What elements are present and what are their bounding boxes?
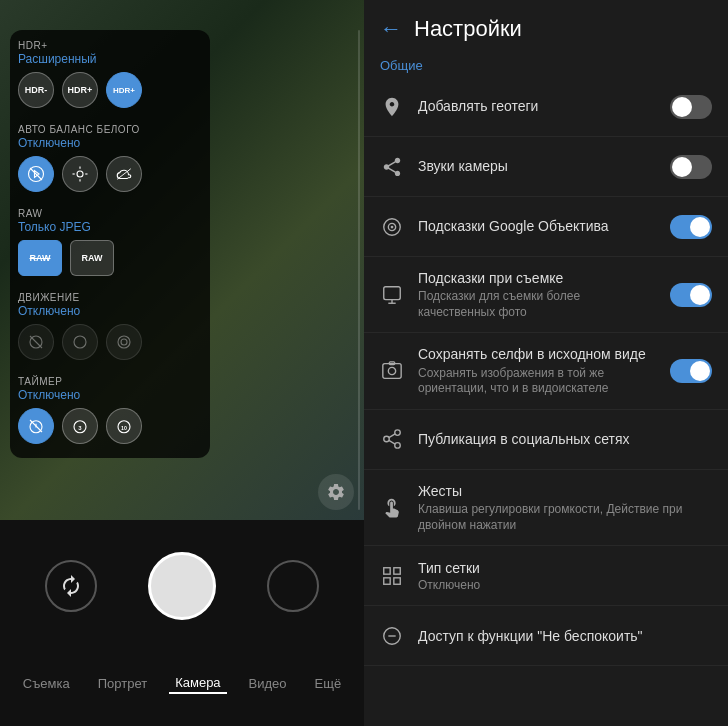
motion-icons [18, 324, 202, 360]
setting-gestures[interactable]: Жесты Клавиша регулировки громкости, Дей… [364, 470, 728, 546]
camera-control-row [0, 552, 364, 620]
tips-desc: Подсказки для съемки более качественных … [418, 289, 656, 320]
sound-toggle[interactable] [670, 155, 712, 179]
mode-еще[interactable]: Ещё [309, 674, 348, 693]
motion-off-icon[interactable] [18, 324, 54, 360]
wb-cloudy-icon[interactable] [106, 156, 142, 192]
gesture-desc: Клавиша регулировки громкости, Действие … [418, 502, 712, 533]
gallery-button[interactable] [267, 560, 319, 612]
raw-label: RAW [18, 208, 202, 219]
mode-съемка[interactable]: Съемка [17, 674, 76, 693]
settings-title: Настройки [414, 16, 522, 42]
timer-off-icon[interactable] [18, 408, 54, 444]
geotag-toggle-thumb [672, 97, 692, 117]
hdr-value: Расширенный [18, 52, 202, 66]
gesture-name: Жесты [418, 482, 712, 500]
motion-circle-icon[interactable] [62, 324, 98, 360]
camera-mode-bar: Съемка Портрет Камера Видео Ещё [9, 669, 355, 698]
dnd-name: Доступ к функции "Не беспокоить" [418, 627, 712, 645]
svg-text:3: 3 [78, 425, 82, 431]
camera-viewfinder: HDR+ Расширенный HDR- HDR+ HDR+ АВТО БАЛ… [0, 0, 364, 520]
timer-setting: ТАЙМЕР Отключено 3 10 [18, 376, 202, 444]
grid-icon [380, 564, 404, 588]
svg-rect-22 [384, 286, 401, 299]
hdr-label: HDR+ [18, 40, 202, 51]
svg-point-10 [118, 336, 130, 348]
svg-rect-34 [394, 567, 400, 573]
setting-social[interactable]: Публикация в социальных сетях [364, 410, 728, 470]
section-general: Общие [364, 50, 728, 77]
timer-label: ТАЙМЕР [18, 376, 202, 387]
back-button[interactable]: ← [380, 16, 402, 42]
wb-off-icon[interactable] [18, 156, 54, 192]
svg-rect-25 [383, 364, 401, 379]
setting-dnd[interactable]: Доступ к функции "Не беспокоить" [364, 606, 728, 666]
wb-icons [18, 156, 202, 192]
lens-toggle-thumb [690, 217, 710, 237]
settings-divider [358, 30, 360, 510]
social-text: Публикация в социальных сетях [418, 430, 712, 448]
social-icon [380, 427, 404, 451]
geotag-text: Добавлять геотеги [418, 97, 656, 115]
timer-3s-icon[interactable]: 3 [62, 408, 98, 444]
motion-ring-icon[interactable] [106, 324, 142, 360]
grid-sub: Отключено [418, 578, 712, 592]
tips-toggle-thumb [690, 285, 710, 305]
camera-bottom-bar: Съемка Портрет Камера Видео Ещё [0, 520, 364, 726]
social-name: Публикация в социальных сетях [418, 430, 712, 448]
camera-settings-overlay: HDR+ Расширенный HDR- HDR+ HDR+ АВТО БАЛ… [10, 30, 210, 458]
svg-line-32 [389, 434, 395, 438]
settings-panel: ← Настройки Общие Добавлять геотеги Звук… [364, 0, 728, 726]
svg-point-11 [121, 339, 127, 345]
wb-value: Отключено [18, 136, 202, 150]
settings-gear-icon[interactable] [318, 474, 354, 510]
svg-text:10: 10 [121, 425, 127, 431]
gesture-icon [380, 495, 404, 519]
geotag-toggle[interactable] [670, 95, 712, 119]
hdr-setting: HDR+ Расширенный HDR- HDR+ HDR+ [18, 40, 202, 108]
flip-camera-button[interactable] [45, 560, 97, 612]
wb-label: АВТО БАЛАНС БЕЛОГО [18, 124, 202, 135]
lens-name: Подсказки Google Объектива [418, 217, 656, 235]
selfie-icon [380, 359, 404, 383]
camera-panel: HDR+ Расширенный HDR- HDR+ HDR+ АВТО БАЛ… [0, 0, 364, 726]
motion-value: Отключено [18, 304, 202, 318]
gesture-text: Жесты Клавиша регулировки громкости, Дей… [418, 482, 712, 533]
lens-toggle[interactable] [670, 215, 712, 239]
raw-off-icon[interactable]: RAW [18, 240, 62, 276]
mode-камера[interactable]: Камера [169, 673, 226, 694]
svg-rect-36 [394, 577, 400, 583]
svg-point-1 [77, 171, 83, 177]
timer-10s-icon[interactable]: 10 [106, 408, 142, 444]
grid-name: Тип сетки [418, 559, 712, 577]
raw-on-icon[interactable]: RAW [70, 240, 114, 276]
setting-grid[interactable]: Тип сетки Отключено [364, 546, 728, 606]
setting-google-lens[interactable]: Подсказки Google Объектива [364, 197, 728, 257]
hdr-auto-icon[interactable]: HDR+ [106, 72, 142, 108]
motion-label: ДВИЖЕНИЕ [18, 292, 202, 303]
setting-shooting-tips[interactable]: Подсказки при съемке Подсказки для съемк… [364, 257, 728, 333]
wb-sun-icon[interactable] [62, 156, 98, 192]
svg-line-31 [389, 441, 395, 445]
mode-портрет[interactable]: Портрет [92, 674, 153, 693]
raw-value: Только JPEG [18, 220, 202, 234]
selfie-toggle-thumb [690, 361, 710, 381]
location-icon [380, 95, 404, 119]
selfie-desc: Сохранять изображения в той же ориентаци… [418, 366, 656, 397]
svg-point-21 [391, 225, 394, 228]
mode-видео[interactable]: Видео [243, 674, 293, 693]
hdr-minus-icon[interactable]: HDR- [18, 72, 54, 108]
setting-sound[interactable]: Звуки камеры [364, 137, 728, 197]
shutter-button[interactable] [148, 552, 216, 620]
sound-name: Звуки камеры [418, 157, 656, 175]
selfie-name: Сохранять селфи в исходном виде [418, 345, 656, 363]
selfie-toggle[interactable] [670, 359, 712, 383]
hdr-plus-icon[interactable]: HDR+ [62, 72, 98, 108]
svg-rect-33 [384, 567, 390, 573]
setting-selfie[interactable]: Сохранять селфи в исходном виде Сохранят… [364, 333, 728, 409]
setting-geotag[interactable]: Добавлять геотеги [364, 77, 728, 137]
svg-point-26 [388, 367, 395, 374]
dnd-text: Доступ к функции "Не беспокоить" [418, 627, 712, 645]
tips-toggle[interactable] [670, 283, 712, 307]
sound-icon [380, 155, 404, 179]
